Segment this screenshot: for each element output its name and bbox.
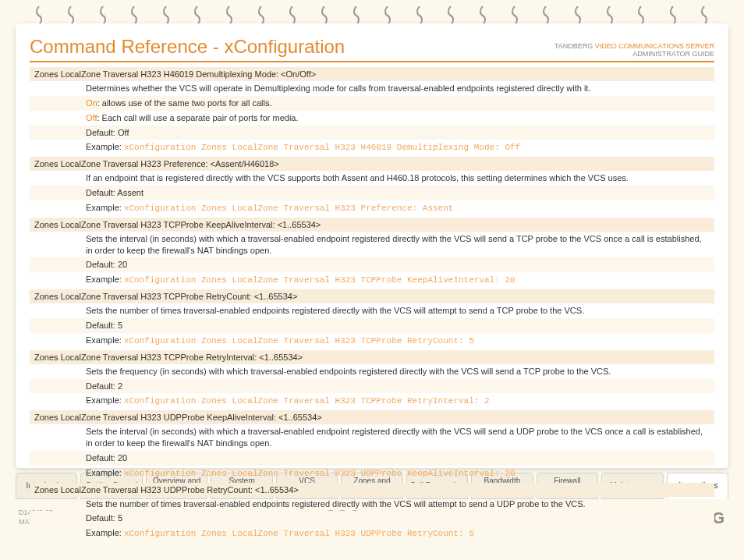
detail-line: Determines whether the VCS will operate … (30, 81, 714, 96)
example-line: Example: xConfiguration Zones LocalZone … (30, 333, 714, 349)
page-title: Command Reference - xConfiguration (30, 36, 345, 58)
spiral-ring (98, 6, 108, 25)
detail-line: Default: Assent (30, 186, 714, 200)
spiral-ring (573, 6, 583, 25)
option-desc: : Each call will use a separate pair of … (97, 113, 298, 122)
detail-line: Default: 5 (30, 318, 714, 333)
spiral-ring (605, 6, 615, 25)
example-label: Example: (86, 275, 124, 284)
spiral-ring (352, 6, 361, 25)
example-line: Example: xConfiguration Zones LocalZone … (30, 393, 714, 409)
example-code: xConfiguration Zones LocalZone Traversal… (124, 143, 520, 152)
detail-line: Default: 2 (30, 379, 714, 394)
detail-line: Sets the number of times traversal-enabl… (30, 497, 714, 512)
example-line: Example: xConfiguration Zones LocalZone … (30, 526, 714, 541)
spiral-ring (257, 6, 266, 25)
command-header: Zones LocalZone Traversal H323 TCPProbe … (30, 289, 714, 303)
command-header: Zones LocalZone Traversal H323 TCPProbe … (30, 218, 714, 232)
spiral-ring (320, 6, 329, 25)
example-label: Example: (86, 528, 124, 537)
example-label: Example: (86, 468, 124, 477)
example-code: xConfiguration Zones LocalZone Traversal… (124, 204, 453, 213)
command-header: Zones LocalZone Traversal H323 UDPProbe … (30, 410, 714, 424)
example-code: xConfiguration Zones LocalZone Traversal… (124, 396, 490, 406)
example-label: Example: (86, 395, 124, 405)
detail-line: Default: 5 (30, 511, 714, 526)
example-line: Example: xConfiguration Zones LocalZone … (30, 140, 714, 155)
spiral-ring (668, 6, 678, 25)
spiral-ring (34, 6, 44, 25)
header-right: TANDBERG VIDEO COMMUNICATIONS SERVER ADM… (554, 42, 714, 58)
example-label: Example: (86, 142, 124, 151)
spiral-ring (636, 6, 646, 25)
example-code: xConfiguration Zones LocalZone Traversal… (124, 469, 515, 478)
spiral-ring (541, 6, 551, 25)
spiral-ring (478, 6, 487, 25)
spiral-binding (0, 0, 744, 23)
detail-line: Sets the interval (in seconds) with whic… (30, 232, 714, 258)
example-code: xConfiguration Zones LocalZone Traversal… (124, 336, 474, 346)
product-name: VIDEO COMMUNICATIONS SERVER (595, 42, 714, 50)
brand-name: TANDBERG (554, 42, 593, 50)
command-header: Zones LocalZone Traversal H323 TCPProbe … (30, 350, 714, 364)
spiral-ring (383, 6, 392, 25)
page-body: Command Reference - xConfiguration TANDB… (16, 23, 728, 468)
detail-line: Sets the number of times traversal-enabl… (30, 303, 714, 318)
option-label: Off (86, 113, 97, 122)
command-header: Zones LocalZone Traversal H323 Preferenc… (30, 157, 714, 171)
detail-line: Default: 20 (30, 257, 714, 272)
detail-line: Default: Off (30, 126, 714, 140)
detail-line: Off: Each call will use a separate pair … (30, 111, 714, 126)
spiral-ring (510, 6, 519, 25)
example-code: xConfiguration Zones LocalZone Traversal… (124, 529, 474, 538)
spiral-ring (193, 6, 202, 25)
command-header: Zones LocalZone Traversal H323 H46019 De… (30, 67, 714, 81)
example-line: Example: xConfiguration Zones LocalZone … (30, 200, 714, 216)
detail-line: Sets the frequency (in seconds) with whi… (30, 364, 714, 379)
option-label: On (86, 98, 97, 108)
spiral-ring (288, 6, 297, 25)
spiral-ring (225, 6, 234, 25)
example-label: Example: (86, 335, 124, 345)
command-header: Zones LocalZone Traversal H323 UDPProbe … (30, 483, 714, 497)
detail-line: If an endpoint that is registered direct… (30, 171, 714, 186)
spiral-ring (66, 6, 76, 25)
detail-line: Sets the interval (in seconds) with whic… (30, 424, 714, 451)
spiral-ring (700, 6, 709, 25)
spiral-ring (415, 6, 424, 25)
example-label: Example: (86, 203, 124, 212)
detail-line: Default: 20 (30, 451, 714, 466)
spiral-ring (161, 6, 171, 25)
example-line: Example: xConfiguration Zones LocalZone … (30, 466, 714, 481)
spiral-ring (446, 6, 455, 25)
detail-line: On: allows use of the same two ports for… (30, 96, 714, 111)
option-desc: : allows use of the same two ports for a… (97, 98, 272, 108)
spiral-ring (129, 6, 139, 25)
example-code: xConfiguration Zones LocalZone Traversal… (124, 275, 515, 285)
example-line: Example: xConfiguration Zones LocalZone … (30, 272, 714, 288)
guide-name: ADMINISTRATOR GUIDE (632, 50, 714, 58)
